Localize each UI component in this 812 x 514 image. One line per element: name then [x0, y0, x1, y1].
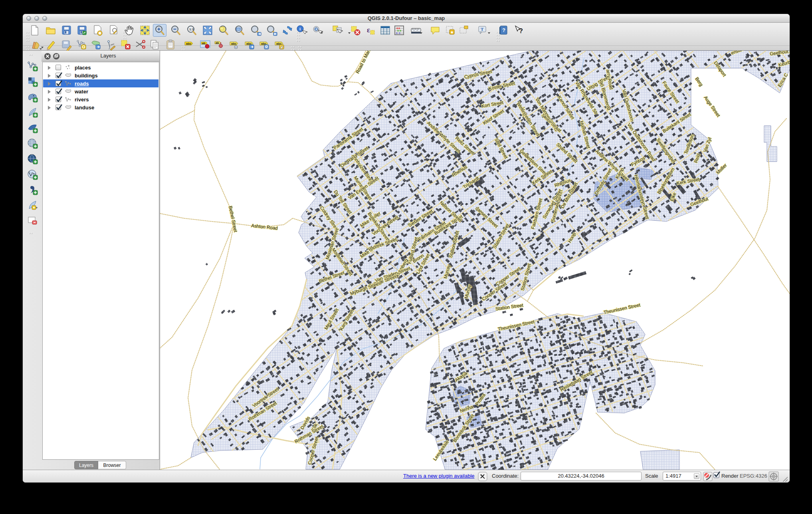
- svg-text:T: T: [481, 27, 484, 32]
- svg-text:ab: ab: [216, 42, 219, 44]
- svg-text:abc: abc: [186, 42, 192, 45]
- svg-text:ε: ε: [367, 26, 370, 34]
- svg-text:1:1: 1:1: [189, 28, 194, 31]
- svg-text:abc: abc: [231, 42, 237, 45]
- svg-text:i: i: [299, 26, 301, 31]
- svg-text:ab: ab: [202, 42, 205, 45]
- svg-text:?: ?: [502, 27, 505, 33]
- svg-text:?: ?: [519, 28, 523, 34]
